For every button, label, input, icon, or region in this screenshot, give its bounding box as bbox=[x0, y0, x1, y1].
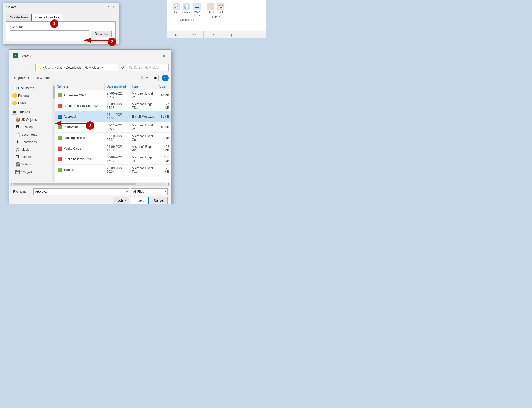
folder-icon: 🗂 bbox=[38, 65, 41, 70]
browse-title-left: X Browse bbox=[13, 53, 32, 58]
col-n: N bbox=[167, 31, 185, 38]
file-size-adobescan: 627 KB bbox=[157, 101, 171, 111]
dialog-help-btn[interactable]: ? bbox=[106, 5, 110, 9]
refresh-btn[interactable]: ↺ bbox=[119, 64, 126, 71]
pane-btn[interactable]: ▣ bbox=[152, 75, 159, 81]
videos-icon: 🎬 bbox=[15, 162, 20, 167]
file-size-markscards: 463 KB bbox=[157, 143, 171, 154]
hscroll-left-btn[interactable]: ◀ bbox=[10, 182, 12, 185]
3dobjects-icon: 📦 bbox=[15, 117, 20, 122]
filename-label: File name: bbox=[13, 190, 31, 193]
col-header-date[interactable]: Date modified bbox=[105, 83, 130, 90]
col-header-size[interactable]: Size bbox=[157, 83, 171, 90]
view-controls: ☰ ▾ bbox=[139, 75, 149, 81]
tab-create-from-file[interactable]: Create from File bbox=[31, 14, 63, 21]
sidebar-label-pictures: Pictures bbox=[18, 94, 29, 97]
search-box[interactable]: 🔍 Search New folder bbox=[127, 64, 169, 71]
col-header-name[interactable]: Name ▲ bbox=[55, 83, 105, 90]
sidebar-item-music[interactable]: 🎵 Music bbox=[9, 146, 52, 153]
breadcrumb-users[interactable]: « bbox=[42, 66, 44, 69]
line-icon[interactable]: 📈 Line bbox=[173, 3, 180, 17]
col-header-type[interactable]: Type bbox=[130, 83, 157, 90]
file-row-markscards[interactable]: 🟥 Marks Cards 29-09-2022 13:42 Microsoft… bbox=[55, 143, 171, 154]
file-size-addresses: 10 KB bbox=[157, 92, 171, 99]
breadcrumb-dropdown-btn[interactable]: ▾ bbox=[100, 66, 104, 69]
file-name-input[interactable] bbox=[10, 30, 89, 37]
up-btn[interactable]: ↑ bbox=[28, 64, 34, 71]
breadcrumb-chitr[interactable]: chitr bbox=[57, 66, 63, 69]
documents-icon: 📄 bbox=[12, 85, 17, 90]
filename-select[interactable]: Approval bbox=[33, 188, 129, 195]
breadcrumb-downloads[interactable]: Downloads bbox=[66, 66, 81, 69]
insert-btn[interactable]: Insert bbox=[131, 197, 149, 204]
file-date-customers: 03-11-2022 09:27 bbox=[105, 122, 130, 132]
file-name-adobescan: 🟥 Adobe Scan 15-Sep-2022 bbox=[55, 102, 105, 110]
downloads-icon: ⬇ bbox=[15, 139, 20, 144]
filters-icons: ⬜ Slicer 📅 Timel... bbox=[207, 3, 225, 14]
sidebar-label-documents: Documents bbox=[18, 86, 34, 90]
file-size-tutorial: 375 KB bbox=[157, 165, 171, 175]
file-date-leadingzeroes: 06-10-2022 07:31 bbox=[105, 133, 130, 143]
sidebar-item-videos[interactable]: 🎬 Videos bbox=[9, 160, 52, 168]
help-btn[interactable]: ? bbox=[162, 75, 169, 81]
file-name-addresses: 🟩 Addresses 2022 bbox=[55, 91, 105, 99]
view-list-btn[interactable]: ☰ bbox=[139, 75, 145, 81]
file-row-leadingzeroes[interactable]: 🟩 Leading zeroes 06-10-2022 07:31 Micros… bbox=[55, 133, 171, 143]
timeline-icon[interactable]: 📅 Timel... bbox=[216, 3, 225, 14]
hscroll-thumb bbox=[13, 183, 136, 185]
excel-icon: X bbox=[13, 53, 18, 58]
file-date-approval: 14-11-2022 11:00 bbox=[105, 111, 130, 122]
sidebar-item-3dobjects[interactable]: 📦 3D Objects bbox=[9, 116, 52, 123]
sidebar-item-desktop[interactable]: 🖥 Desktop bbox=[9, 123, 52, 131]
organize-btn[interactable]: Organize ▾ bbox=[12, 75, 31, 81]
file-row-adobescan[interactable]: 🟥 Adobe Scan 15-Sep-2022 15-09-2022 15:3… bbox=[55, 101, 171, 111]
forward-btn[interactable]: → bbox=[20, 64, 26, 71]
file-row-publicholidays[interactable]: 🟥 Public holidays - 2022 30-08-2022 16:1… bbox=[55, 154, 171, 165]
hscroll-right-btn[interactable]: ▶ bbox=[168, 182, 170, 185]
horizontal-scrollbar[interactable]: ◀ ▶ bbox=[9, 182, 171, 185]
file-date-publicholidays: 30-08-2022 16:17 bbox=[105, 154, 130, 164]
filetype-select-wrap: All Files Excel Files PDF Files bbox=[131, 188, 168, 195]
col-p: P bbox=[204, 31, 222, 38]
file-name-label: File name: bbox=[10, 25, 112, 29]
sidebar-item-pictures[interactable]: 🟡 Pictures bbox=[9, 92, 52, 99]
file-row-addresses[interactable]: 🟩 Addresses 2022 27-09-2022 16:32 Micros… bbox=[55, 90, 171, 101]
sidebar-item-pictures2[interactable]: 🖼 Pictures bbox=[9, 153, 52, 160]
browse-bottom: File name: Approval All Files Excel File… bbox=[9, 185, 171, 204]
winloss-icon[interactable]: ▬ Win/Loss bbox=[193, 3, 201, 17]
cancel-btn[interactable]: Cancel bbox=[150, 197, 168, 204]
sidebar-item-documents2[interactable]: 📄 Documents bbox=[9, 131, 52, 138]
sidebar-scrollbar[interactable] bbox=[52, 83, 55, 182]
filters-section: ⬜ Slicer 📅 Timel... Filters bbox=[204, 2, 228, 19]
filetype-select[interactable]: All Files Excel Files PDF Files bbox=[131, 188, 168, 195]
sidebar-item-osc[interactable]: 💾 OS (C:) bbox=[9, 168, 52, 176]
sparklines-section: 📈 Line 📊 Column ▬ Win/Loss Sparklines bbox=[170, 2, 204, 22]
browse-main: 📄 Documents 🟡 Pictures 🟡 Public 💻 This P… bbox=[9, 83, 171, 182]
browse-close-btn[interactable]: ✕ bbox=[160, 52, 168, 59]
new-folder-btn[interactable]: New folder bbox=[33, 75, 53, 81]
dialog-close-btn[interactable]: ✕ bbox=[111, 5, 116, 9]
sidebar-item-thispc[interactable]: 💻 This PC bbox=[9, 108, 52, 116]
sidebar-scrollbar-thumb bbox=[53, 86, 55, 99]
back-btn[interactable]: ← bbox=[12, 64, 19, 71]
breadcrumb-bar[interactable]: 🗂 « Users › chitr › Downloads › New fold… bbox=[35, 64, 118, 71]
slicer-icon[interactable]: ⬜ Slicer bbox=[207, 3, 214, 14]
file-row-tutorial[interactable]: 🟩 Tutorial 20-09-2022 10:04 Microsoft Ex… bbox=[55, 165, 171, 175]
tools-btn[interactable]: Tools ▾ bbox=[113, 197, 129, 204]
pictures2-icon: 🖼 bbox=[15, 155, 20, 159]
tab-create-new[interactable]: Create New bbox=[6, 14, 31, 21]
pdf-file-icon-markscards: 🟥 bbox=[57, 146, 62, 151]
pdf-file-icon-adobescan: 🟥 bbox=[57, 103, 62, 109]
sidebar-label-desktop: Desktop bbox=[21, 125, 33, 129]
view-dropdown-btn[interactable]: ▾ bbox=[145, 75, 149, 81]
column-icon[interactable]: 📊 Column bbox=[182, 3, 191, 17]
sort-asc-icon: ▲ bbox=[66, 85, 69, 88]
sidebar-label-osc: OS (C:) bbox=[21, 170, 32, 174]
pdf-file-icon-publicholidays: 🟥 bbox=[57, 157, 62, 162]
sidebar-item-documents[interactable]: 📄 Documents bbox=[9, 84, 52, 92]
file-date-addresses: 27-09-2022 16:32 bbox=[105, 90, 130, 101]
sidebar-item-downloads[interactable]: ⬇ Downloads bbox=[9, 138, 52, 146]
sidebar-item-public[interactable]: 🟡 Public bbox=[9, 99, 52, 107]
file-name-tutorial: 🟩 Tutorial bbox=[55, 166, 105, 174]
breadcrumb-newfolder[interactable]: New folder bbox=[84, 66, 99, 69]
